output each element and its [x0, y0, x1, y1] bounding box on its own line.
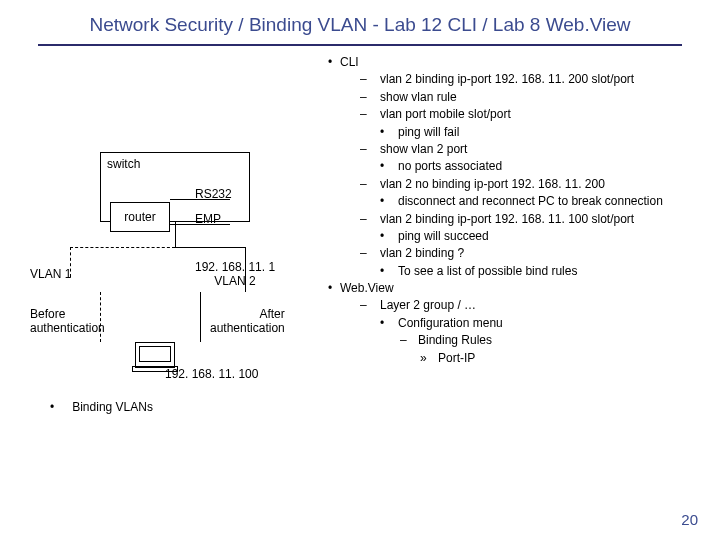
bullet-icon: • — [50, 400, 54, 414]
web-i1a1: Binding Rules — [418, 332, 492, 349]
cli-head: CLI — [340, 54, 359, 71]
binding-vlans-line: •Binding VLANs — [50, 400, 153, 414]
web-i1a: Configuration menu — [398, 315, 503, 332]
after-l2: authentication — [210, 321, 285, 335]
cli-tree: •CLI — [320, 54, 700, 71]
content-row: switch router RS232 EMP VLAN 1 192. 168.… — [0, 52, 720, 412]
cli-i4a: no ports associated — [398, 158, 502, 175]
rs232-line — [170, 199, 230, 200]
cli-i3: vlan port mobile slot/port — [380, 106, 511, 123]
branch-left-dash — [70, 247, 175, 248]
before-l2: authentication — [30, 321, 105, 335]
laptop-icon — [135, 342, 175, 368]
router-box: router — [110, 202, 170, 232]
ip100-label: 192. 168. 11. 100 — [165, 367, 258, 381]
before-auth-label: Before authentication — [30, 307, 105, 336]
after-auth-label: After authentication — [210, 307, 285, 336]
cli-i1: vlan 2 binding ip-port 192. 168. 11. 200… — [380, 71, 634, 88]
emp-line — [170, 224, 230, 225]
diagram-column: switch router RS232 EMP VLAN 1 192. 168.… — [30, 52, 320, 412]
after-l1: After — [210, 307, 285, 321]
binding-vlans-label: Binding VLANs — [72, 400, 153, 414]
router-label: router — [124, 210, 155, 224]
cli-i7: vlan 2 binding ? — [380, 245, 464, 262]
switch-label: switch — [107, 157, 140, 171]
after-line — [200, 292, 201, 342]
cli-i6: vlan 2 binding ip-port 192. 168. 11. 100… — [380, 211, 634, 228]
page-title: Network Security / Binding VLAN - Lab 12… — [0, 0, 720, 44]
cli-i2: show vlan rule — [380, 89, 457, 106]
cli-i6a: ping will succeed — [398, 228, 489, 245]
ip1-line2: VLAN 2 — [195, 274, 275, 288]
trunk-line — [175, 222, 176, 247]
before-l1: Before — [30, 307, 105, 321]
page-number: 20 — [681, 511, 698, 528]
cli-i7a: To see a list of possible bind rules — [398, 263, 577, 280]
cli-i4: show vlan 2 port — [380, 141, 467, 158]
web-i1a1a: Port-IP — [438, 350, 475, 367]
cli-i5: vlan 2 no binding ip-port 192. 168. 11. … — [380, 176, 605, 193]
ip1-block: 192. 168. 11. 1 VLAN 2 — [195, 260, 275, 288]
cli-i3a: ping will fail — [398, 124, 459, 141]
ip1-line1: 192. 168. 11. 1 — [195, 260, 275, 274]
branch-right — [175, 247, 245, 248]
web-tree: •Web.View — [320, 280, 700, 297]
title-divider — [38, 44, 682, 46]
vlan1-label: VLAN 1 — [30, 267, 71, 281]
network-diagram: switch router RS232 EMP VLAN 1 192. 168.… — [30, 152, 310, 412]
web-head: Web.View — [340, 280, 394, 297]
cli-i5a: disconnect and reconnect PC to break con… — [398, 193, 663, 210]
instructions-column: •CLI –vlan 2 binding ip-port 192. 168. 1… — [320, 52, 700, 412]
web-i1: Layer 2 group / … — [380, 297, 476, 314]
